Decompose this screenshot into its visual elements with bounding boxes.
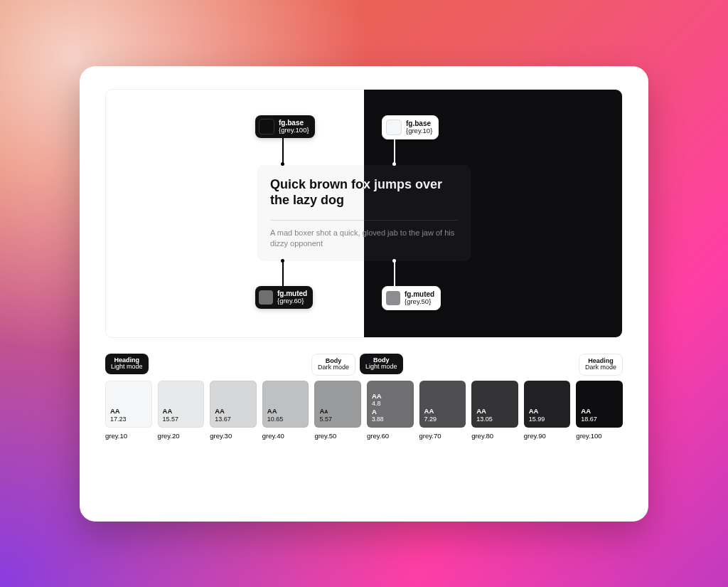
swatch-grey-90: AA15.99grey.90: [524, 381, 571, 440]
swatch-grey-70: AA7.29grey.70: [419, 381, 466, 440]
swatch-grey-100: AA18.67grey.100: [576, 381, 623, 440]
swatch-grey-50: AA5.57grey.50: [314, 381, 361, 440]
preview-split: fg.base{grey.100} fg.base{grey.10} Quick…: [105, 89, 623, 338]
swatch-icon: [386, 291, 400, 305]
swatch-grey-40: AA10.65grey.40: [262, 381, 309, 440]
swatch-grey-30: AA13.67grey.30: [210, 381, 257, 440]
tag-fg-base-dark: fg.base{grey.10}: [382, 115, 439, 139]
palette-row: AA17.23grey.10AA15.57grey.20AA13.67grey.…: [105, 381, 623, 440]
label-heading-dark: HeadingDark mode: [579, 354, 623, 376]
label-body-light: BodyLight mode: [360, 354, 403, 375]
swatch-grey-20: AA15.57grey.20: [158, 381, 205, 440]
palette-labels: HeadingLight mode BodyDark mode BodyLigh…: [105, 354, 623, 375]
divider: [270, 220, 458, 221]
swatch-grey-80: AA13.05grey.80: [471, 381, 518, 440]
swatch-icon: [386, 120, 402, 135]
tag-fg-muted-dark: fg.muted{grey.50}: [382, 286, 441, 310]
label-heading-light: HeadingLight mode: [105, 354, 149, 375]
tag-fg-muted-light: fg.muted{grey.60}: [255, 286, 313, 309]
swatch-icon: [259, 290, 273, 305]
swatch-icon: [259, 119, 274, 134]
preview-heading: Quick brown fox jumps over the lazy dog: [270, 176, 458, 208]
design-token-card: fg.base{grey.100} fg.base{grey.10} Quick…: [80, 66, 648, 522]
preview-body: A mad boxer shot a quick, gloved jab to …: [270, 228, 458, 250]
preview-textbox: Quick brown fox jumps over the lazy dog …: [257, 165, 471, 262]
tag-fg-base-light: fg.base{grey.100}: [255, 115, 315, 138]
label-body-dark: BodyDark mode: [311, 354, 355, 376]
swatch-grey-60: AA4.8A3.88grey.60: [367, 381, 414, 440]
swatch-grey-10: AA17.23grey.10: [105, 381, 152, 440]
